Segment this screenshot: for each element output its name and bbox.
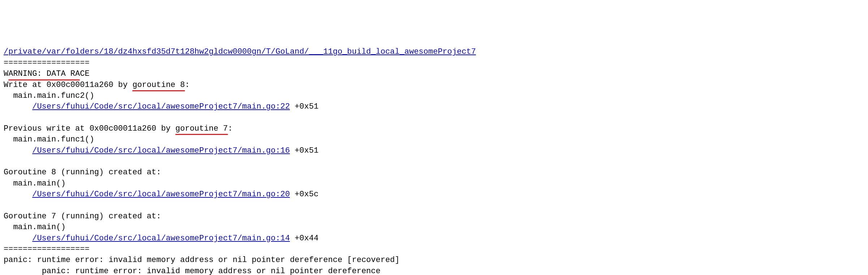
panic-line-1: panic: runtime error: invalid memory add…	[4, 256, 400, 265]
offset-2: +0x51	[290, 146, 318, 155]
source-link-4[interactable]: /Users/fuhui/Code/src/local/awesomeProje…	[32, 234, 290, 243]
offset-3: +0x5c	[290, 190, 318, 199]
indent	[4, 146, 32, 155]
write-line-colon: :	[185, 80, 190, 90]
warning-prefix: W	[4, 69, 8, 78]
warning-suffix: CE	[80, 69, 89, 78]
stack-func2: main.main.func2()	[13, 91, 94, 100]
separator-bottom: ==================	[4, 245, 90, 254]
indent	[4, 190, 32, 199]
panic-line-2: panic: runtime error: invalid memory add…	[42, 267, 381, 275]
goroutine-8-created: Goroutine 8 (running) created at:	[4, 168, 161, 177]
source-link-1[interactable]: /Users/fuhui/Code/src/local/awesomeProje…	[32, 102, 290, 111]
build-path-link[interactable]: /private/var/folders/18/dz4hxsfd35d7t128…	[4, 47, 476, 56]
indent	[4, 223, 13, 232]
prev-write-colon: :	[228, 124, 233, 133]
stack-func1: main.main.func1()	[13, 135, 94, 144]
stack-main-1: main.main()	[13, 179, 65, 188]
goroutine-7-created: Goroutine 7 (running) created at:	[4, 212, 161, 221]
indent	[4, 179, 13, 188]
indent	[4, 234, 32, 243]
warning-data-race: ARNING: DATA RA	[8, 69, 80, 79]
indent	[4, 102, 32, 111]
indent	[4, 267, 42, 275]
source-link-2[interactable]: /Users/fuhui/Code/src/local/awesomeProje…	[32, 146, 290, 155]
goroutine-8-ref: goroutine 8	[132, 80, 185, 91]
indent	[4, 135, 13, 144]
stack-main-2: main.main()	[13, 223, 65, 232]
offset-4: +0x44	[290, 234, 318, 243]
offset-1: +0x51	[290, 102, 318, 111]
console-output: /private/var/folders/18/dz4hxsfd35d7t128…	[4, 47, 864, 275]
prev-write-text: Previous write at 0x00c00011a260 by	[4, 124, 175, 133]
goroutine-7-ref: goroutine 7	[175, 123, 228, 134]
source-link-3[interactable]: /Users/fuhui/Code/src/local/awesomeProje…	[32, 190, 290, 199]
separator-top: ==================	[4, 58, 90, 67]
indent	[4, 91, 13, 100]
write-line-text: Write at 0x00c00011a260 by	[4, 80, 132, 90]
